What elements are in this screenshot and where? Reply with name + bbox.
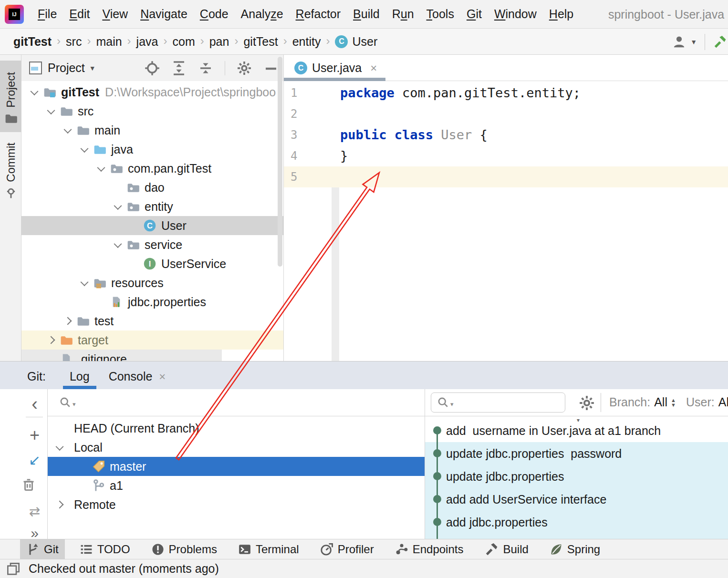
chevron-right-icon[interactable] — [52, 502, 68, 507]
tool-button-profiler[interactable]: Profiler — [314, 539, 380, 559]
commit-search-field[interactable]: ▾ — [431, 392, 565, 413]
menu-window[interactable]: Window — [489, 4, 542, 24]
chevron-down-icon[interactable] — [76, 146, 93, 152]
branch-filter[interactable]: Branch: All ▲▼ — [609, 395, 676, 409]
tree-row-gitignore[interactable]: .gitignore — [21, 350, 222, 361]
menu-git[interactable]: Git — [461, 4, 487, 24]
tree-row-target[interactable]: target — [21, 330, 283, 350]
close-tab-icon[interactable]: × — [370, 62, 377, 75]
chevron-down-icon[interactable] — [52, 444, 68, 450]
build-hammer-icon[interactable] — [713, 35, 727, 49]
project-tree: gitTestD:\Workspace\Project\springboosrc… — [21, 81, 283, 361]
tool-button-problems[interactable]: Problems — [145, 539, 223, 559]
chevron-down-icon[interactable] — [26, 89, 42, 95]
menu-refactor[interactable]: Refactor — [291, 4, 346, 24]
breadcrumb-item-entity[interactable]: entity — [292, 35, 321, 49]
tree-row-main[interactable]: main — [21, 121, 283, 140]
breadcrumb-item-main[interactable]: main — [96, 35, 122, 49]
menu-analyze[interactable]: Analyze — [236, 4, 289, 24]
menu-file[interactable]: File — [32, 4, 62, 24]
tool-button-terminal[interactable]: Terminal — [232, 539, 305, 559]
code-line-1[interactable]: package com.pan.gitTest.entity; — [340, 83, 581, 103]
chevron-down-icon[interactable] — [110, 204, 126, 209]
commit-row[interactable]: update jdbc.properties — [425, 465, 728, 488]
tool-button-spring[interactable]: Spring — [543, 539, 606, 559]
add-branch-icon[interactable]: + — [21, 427, 48, 444]
delete-icon[interactable] — [21, 477, 48, 492]
breadcrumb-item-com[interactable]: com — [172, 35, 195, 49]
chevron-down-icon[interactable] — [93, 165, 109, 171]
tree-row-com-pan-gittest[interactable]: com.pan.gitTest — [21, 159, 283, 178]
tool-button-build[interactable]: Build — [478, 539, 534, 559]
chevron-down-icon[interactable] — [60, 127, 76, 133]
settings-icon[interactable] — [237, 61, 252, 76]
chevron-right-icon[interactable] — [43, 337, 59, 343]
tree-scrollbar[interactable] — [278, 57, 282, 267]
project-panel-title[interactable]: Project — [48, 61, 85, 75]
commit-row[interactable]: add jdbc.properties — [425, 511, 728, 534]
sidebar-item-project[interactable]: Project — [0, 61, 21, 132]
restore-windows-icon[interactable] — [6, 562, 21, 576]
tree-row-entity[interactable]: entity — [21, 197, 283, 216]
tree-row-gittest[interactable]: gitTestD:\Workspace\Project\springboo — [21, 83, 283, 102]
branch-row-master[interactable]: master — [48, 457, 425, 476]
close-icon[interactable]: × — [159, 370, 166, 383]
commit-row[interactable]: add add UserService interface — [425, 488, 728, 511]
tool-button-git[interactable]: Git — [20, 539, 65, 559]
back-icon[interactable]: ‹ — [21, 396, 48, 412]
tree-label: .gitignore — [78, 352, 127, 361]
branch-row-local[interactable]: Local — [48, 438, 425, 457]
commit-row[interactable]: update jdbc.properties password — [425, 442, 728, 465]
git-tab-console[interactable]: Console× — [99, 370, 176, 389]
user-account-icon[interactable] — [672, 35, 687, 49]
tree-row-service[interactable]: service — [21, 235, 283, 254]
chevron-right-icon[interactable] — [60, 318, 76, 324]
code-line-3[interactable]: public class User { — [340, 124, 488, 145]
menu-run[interactable]: Run — [387, 4, 419, 24]
tree-row-jdbc-properties[interactable]: jdbc.properties — [21, 292, 283, 311]
breadcrumb-item-user[interactable]: CUser — [335, 35, 377, 49]
menu-navigate[interactable]: Navigate — [135, 4, 193, 24]
menu-code[interactable]: Code — [195, 4, 234, 24]
compare-icon[interactable]: ⇄ — [21, 504, 48, 520]
menu-build[interactable]: Build — [348, 4, 385, 24]
menu-edit[interactable]: Edit — [64, 4, 95, 24]
breadcrumb-item-src[interactable]: src — [66, 35, 82, 49]
branch-row-head-current-branch[interactable]: HEAD (Current Branch) — [48, 419, 425, 438]
breadcrumb-item-pan[interactable]: pan — [209, 35, 229, 49]
user-filter[interactable]: User: Al — [686, 395, 728, 409]
expand-all-icon[interactable] — [171, 61, 187, 76]
chevron-down-icon[interactable] — [110, 242, 126, 248]
commit-row[interactable]: add username in User.java at a1 branch — [425, 419, 728, 442]
git-tab-log[interactable]: Log — [60, 370, 99, 389]
checkout-icon[interactable]: ↙ — [21, 452, 48, 468]
code-line-4[interactable]: } — [340, 145, 348, 166]
hide-icon[interactable] — [263, 61, 279, 76]
tree-row-user[interactable]: CUser — [21, 216, 283, 235]
menu-view[interactable]: View — [97, 4, 133, 24]
tree-row-dao[interactable]: dao — [21, 178, 283, 197]
menu-help[interactable]: Help — [544, 4, 579, 24]
locate-icon[interactable] — [145, 61, 160, 76]
chevron-down-icon[interactable] — [43, 108, 59, 114]
chevron-down-icon[interactable] — [76, 280, 93, 286]
branch-search-field[interactable]: ▾ — [48, 389, 425, 416]
editor-area[interactable]: 1package com.pan.gitTest.entity;23public… — [284, 55, 728, 361]
tree-row-resources[interactable]: resources — [21, 273, 283, 292]
breadcrumb-item-gittest[interactable]: gitTest — [243, 35, 278, 49]
breadcrumb-item-gittest[interactable]: gitTest — [13, 35, 52, 49]
tool-button-endpoints[interactable]: Endpoints — [389, 539, 470, 559]
sidebar-item-commit[interactable]: Commit — [0, 135, 21, 206]
branch-row-remote[interactable]: Remote — [48, 495, 425, 514]
tree-row-test[interactable]: test — [21, 311, 283, 330]
editor-tab-user-java[interactable]: C User.java × — [284, 55, 385, 81]
branch-row-a1[interactable]: a1 — [48, 476, 425, 495]
tree-row-userservice[interactable]: IUserService — [21, 254, 283, 273]
tool-button-todo[interactable]: TODO — [73, 539, 136, 559]
folder-icon — [76, 314, 90, 328]
breadcrumb-item-java[interactable]: java — [136, 35, 158, 49]
tree-row-src[interactable]: src — [21, 102, 283, 121]
tree-row-java[interactable]: java — [21, 140, 283, 159]
menu-tools[interactable]: Tools — [421, 4, 459, 24]
collapse-all-icon[interactable] — [198, 61, 213, 76]
